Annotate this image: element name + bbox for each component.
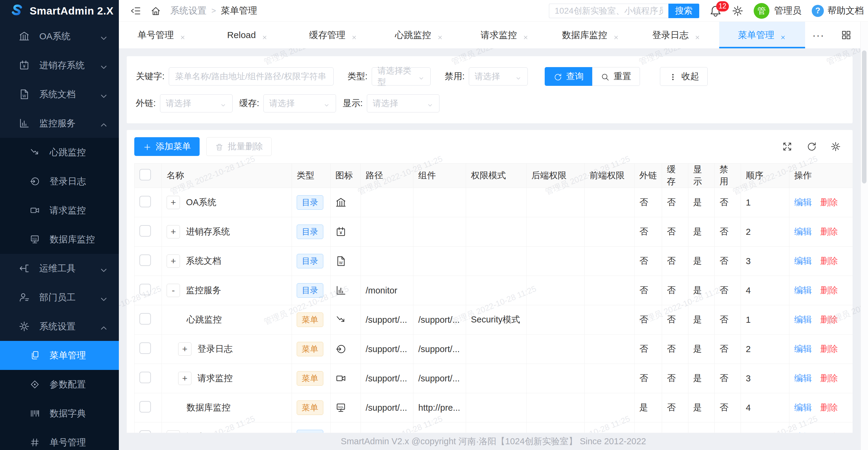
tab-more-button[interactable]: ··· — [805, 22, 832, 49]
row-toggle-button[interactable]: + — [167, 225, 180, 238]
delete-link[interactable]: 删除 — [820, 227, 838, 236]
table-settings-icon[interactable] — [831, 141, 841, 152]
sidebar-item-0[interactable]: OA系统 — [0, 22, 119, 51]
edit-link[interactable]: 编辑 — [794, 227, 812, 236]
collapse-button[interactable]: 收起 — [660, 67, 708, 86]
tab-4[interactable]: 请求监控 — [462, 22, 548, 49]
column-header[interactable]: 权限模式 — [466, 163, 527, 188]
row-toggle-button[interactable]: + — [178, 343, 191, 356]
query-button[interactable]: 查询 — [545, 67, 592, 86]
column-header[interactable]: 外链 — [634, 163, 662, 188]
notification-bell[interactable]: 12 — [710, 5, 722, 17]
sidebar-subitem-6-1[interactable]: 参数配置 — [0, 370, 119, 399]
sidebar-subitem-6-2[interactable]: 数据字典 — [0, 399, 119, 428]
row-toggle-button[interactable]: + — [167, 254, 180, 268]
column-header[interactable]: 显示 — [688, 163, 715, 188]
column-header[interactable]: 禁用 — [715, 163, 741, 188]
edit-link[interactable]: 编辑 — [794, 403, 812, 412]
sidebar-item-2[interactable]: W系统文档 — [0, 80, 119, 109]
breadcrumb-section[interactable]: 系统设置 — [170, 4, 207, 17]
row-toggle-button[interactable]: + — [178, 372, 191, 385]
menu-fold-icon[interactable] — [130, 5, 141, 16]
sidebar-item-4[interactable]: 运维工具 — [0, 254, 119, 283]
edit-link[interactable]: 编辑 — [794, 373, 812, 383]
column-header[interactable]: 后端权限 — [527, 163, 585, 188]
column-header[interactable]: 缓存 — [662, 163, 688, 188]
add-menu-button[interactable]: 添加菜单 — [134, 137, 199, 156]
cell-name: 监控服务 — [186, 284, 221, 296]
column-header[interactable]: 前端权限 — [585, 163, 634, 188]
disabled-select[interactable]: 请选择 — [469, 67, 528, 86]
row-checkbox[interactable] — [140, 196, 151, 207]
tab-3[interactable]: 心跳监控 — [376, 22, 462, 49]
tab-1[interactable]: Reload — [205, 22, 291, 49]
row-checkbox[interactable] — [140, 343, 151, 354]
sidebar-item-label: 数据库监控 — [50, 233, 95, 246]
batch-delete-button[interactable]: 批量删除 — [206, 137, 272, 156]
reset-button[interactable]: 重置 — [592, 67, 640, 86]
edit-link[interactable]: 编辑 — [794, 344, 812, 354]
column-header[interactable]: 图标 — [331, 163, 361, 188]
row-checkbox[interactable] — [140, 284, 151, 295]
global-search-button[interactable]: 搜索 — [669, 4, 699, 18]
select-all-checkbox[interactable] — [140, 169, 151, 181]
sidebar-subitem-3-2[interactable]: 请求监控 — [0, 196, 119, 225]
tab-layout-grid-icon[interactable] — [832, 22, 861, 49]
show-select[interactable]: 请选择 — [367, 94, 439, 112]
refresh-icon[interactable] — [806, 141, 816, 152]
user-menu[interactable]: 管 管理员 — [754, 3, 802, 19]
row-checkbox[interactable] — [140, 225, 151, 237]
docw-icon: W — [335, 256, 346, 266]
scrollbar-thumb[interactable] — [862, 51, 867, 184]
sidebar-item-1[interactable]: ¥进销存系统 — [0, 51, 119, 80]
scrollbar[interactable] — [861, 22, 868, 450]
row-checkbox[interactable] — [140, 254, 151, 266]
column-header[interactable]: 组件 — [413, 163, 466, 188]
tab-0[interactable]: 单号管理 — [119, 22, 205, 49]
cell-perm-mode — [466, 276, 527, 305]
header-settings-icon[interactable] — [732, 5, 743, 17]
tab-2[interactable]: 缓存管理 — [290, 22, 376, 49]
tab-6[interactable]: 登录日志 — [633, 22, 719, 49]
edit-link[interactable]: 编辑 — [794, 256, 812, 266]
delete-link[interactable]: 删除 — [820, 256, 838, 266]
delete-link[interactable]: 删除 — [820, 315, 838, 324]
delete-link[interactable]: 删除 — [820, 373, 838, 383]
tab-5[interactable]: 数据库监控 — [548, 22, 633, 49]
cache-select[interactable]: 请选择 — [264, 94, 336, 112]
sidebar-subitem-3-3[interactable]: SQL数据库监控 — [0, 225, 119, 254]
global-search-input[interactable] — [549, 4, 669, 18]
delete-link[interactable]: 删除 — [820, 344, 838, 354]
type-select[interactable]: 请选择类型 — [372, 67, 431, 86]
fullscreen-icon[interactable] — [782, 141, 793, 152]
edit-link[interactable]: 编辑 — [794, 315, 812, 324]
sidebar-subitem-3-1[interactable]: 登录日志 — [0, 167, 119, 196]
row-toggle-button[interactable]: + — [167, 196, 180, 209]
sidebar-item-3[interactable]: 监控服务 — [0, 109, 119, 138]
home-icon[interactable] — [150, 5, 161, 16]
row-checkbox[interactable] — [140, 401, 151, 413]
sidebar-item-6[interactable]: 系统设置 — [0, 312, 119, 341]
app-logo[interactable]: SmartAdmin 2.X — [0, 0, 119, 22]
column-header[interactable]: 路径 — [361, 163, 413, 188]
sidebar-item-5[interactable]: 部门员工 — [0, 283, 119, 312]
column-header[interactable]: 名称 — [162, 163, 292, 188]
column-header[interactable]: 类型 — [292, 163, 331, 188]
sidebar-subitem-3-0[interactable]: 心跳监控 — [0, 138, 119, 167]
help-link[interactable]: ? 帮助文档 — [812, 4, 864, 17]
sidebar-subitem-6-0[interactable]: 菜单管理 — [0, 341, 119, 370]
edit-link[interactable]: 编辑 — [794, 197, 812, 207]
row-checkbox[interactable] — [140, 313, 151, 325]
delete-link[interactable]: 删除 — [820, 403, 838, 412]
external-select[interactable]: 请选择 — [160, 94, 232, 112]
delete-link[interactable]: 删除 — [820, 285, 838, 295]
row-checkbox[interactable] — [140, 372, 151, 383]
keyword-input[interactable] — [169, 67, 334, 86]
column-header[interactable]: 顺序 — [741, 163, 789, 188]
delete-link[interactable]: 删除 — [820, 197, 838, 207]
tab-7[interactable]: 菜单管理 — [719, 22, 805, 49]
edit-link[interactable]: 编辑 — [794, 285, 812, 295]
sidebar-subitem-6-3[interactable]: 单号管理 — [0, 428, 119, 450]
row-toggle-button[interactable]: - — [167, 284, 180, 297]
column-header[interactable]: 操作 — [789, 163, 853, 188]
